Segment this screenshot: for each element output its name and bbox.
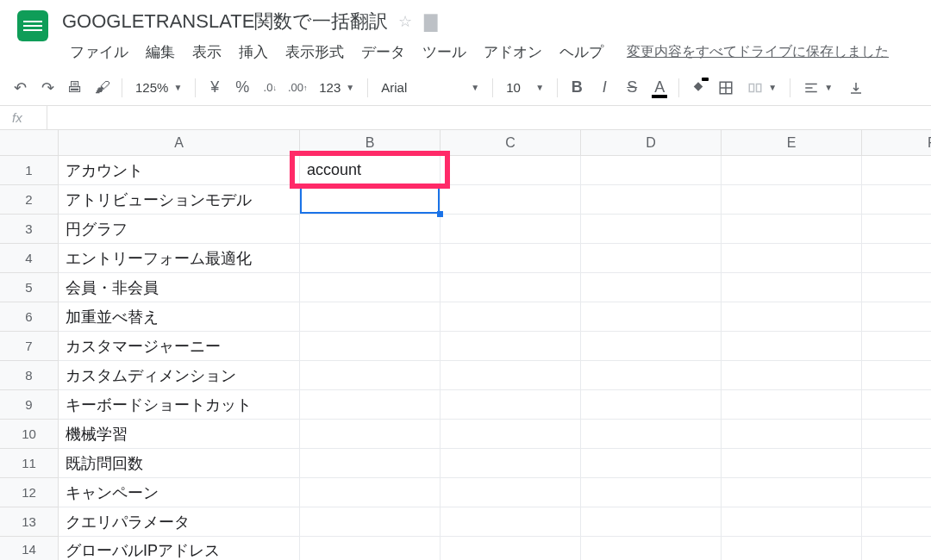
vertical-align-dropdown[interactable] — [841, 80, 871, 96]
cell[interactable] — [862, 185, 931, 215]
row-header[interactable]: 4 — [0, 244, 59, 273]
cell[interactable]: クエリパラメータ — [59, 507, 300, 537]
cell[interactable] — [862, 478, 931, 507]
cell[interactable] — [300, 449, 441, 478]
undo-button[interactable]: ↶ — [7, 75, 33, 101]
cell[interactable]: 円グラフ — [59, 215, 300, 244]
cell[interactable]: キーボードショートカット — [59, 390, 300, 420]
cell[interactable]: 機械学習 — [59, 420, 300, 449]
cell[interactable] — [862, 215, 931, 244]
row-header[interactable]: 7 — [0, 332, 59, 361]
cell[interactable]: エントリーフォーム最適化 — [59, 244, 300, 273]
save-status[interactable]: 変更内容をすべてドライブに保存しました — [627, 43, 889, 61]
cell[interactable] — [441, 449, 581, 478]
cell[interactable] — [441, 507, 581, 537]
menu-view[interactable]: 表示 — [184, 40, 229, 65]
cell[interactable] — [722, 215, 862, 244]
cell[interactable] — [722, 273, 862, 302]
cell[interactable]: 既訪問回数 — [59, 449, 300, 478]
sheets-logo-icon[interactable] — [17, 10, 48, 41]
cell[interactable] — [581, 537, 722, 560]
menu-tools[interactable]: ツール — [415, 40, 474, 65]
cell[interactable] — [300, 273, 441, 302]
cell[interactable] — [862, 273, 931, 302]
menu-format[interactable]: 表示形式 — [278, 40, 352, 65]
text-color-button[interactable]: A — [647, 75, 672, 101]
cell[interactable] — [581, 507, 722, 537]
cell[interactable] — [862, 449, 931, 478]
menu-data[interactable]: データ — [353, 40, 413, 65]
cell[interactable] — [581, 185, 722, 215]
borders-button[interactable] — [713, 75, 739, 101]
row-header[interactable]: 10 — [0, 420, 59, 449]
cell[interactable] — [722, 332, 862, 361]
decrease-decimal-button[interactable]: .0↓ — [257, 75, 283, 101]
cell[interactable] — [722, 478, 862, 507]
paint-format-button[interactable]: 🖌 — [90, 75, 116, 101]
cell[interactable]: アカウント — [59, 156, 300, 185]
cell[interactable] — [722, 156, 862, 185]
cell[interactable] — [722, 244, 862, 273]
cell[interactable] — [862, 420, 931, 449]
cell[interactable] — [722, 185, 862, 215]
column-header[interactable]: C — [441, 130, 581, 156]
zoom-dropdown[interactable]: 125% ▼ — [128, 80, 189, 95]
cell[interactable]: カスタマージャーニー — [59, 332, 300, 361]
cell[interactable] — [441, 156, 581, 185]
cell[interactable] — [441, 332, 581, 361]
cell[interactable] — [862, 537, 931, 560]
cell[interactable] — [722, 361, 862, 390]
row-header[interactable]: 14 — [0, 537, 59, 560]
cell[interactable] — [722, 537, 862, 560]
cell[interactable] — [300, 185, 441, 215]
cell[interactable] — [581, 420, 722, 449]
row-header[interactable]: 1 — [0, 156, 59, 185]
cell[interactable] — [441, 215, 581, 244]
cell[interactable] — [300, 537, 441, 560]
cell[interactable] — [441, 390, 581, 420]
cell[interactable] — [581, 273, 722, 302]
strikethrough-button[interactable]: S — [619, 75, 645, 101]
cell[interactable]: account — [300, 156, 441, 185]
column-header[interactable]: B — [300, 130, 441, 156]
cell[interactable] — [441, 420, 581, 449]
cell[interactable] — [862, 332, 931, 361]
row-header[interactable]: 3 — [0, 215, 59, 244]
cell[interactable] — [581, 361, 722, 390]
selection-handle[interactable] — [437, 211, 443, 217]
currency-button[interactable]: ¥ — [202, 75, 228, 101]
bold-button[interactable]: B — [564, 75, 590, 101]
print-button[interactable]: 🖶 — [62, 75, 88, 101]
cell[interactable] — [581, 302, 722, 332]
cell[interactable] — [300, 507, 441, 537]
cell[interactable] — [441, 302, 581, 332]
cell[interactable] — [862, 244, 931, 273]
cell[interactable] — [441, 185, 581, 215]
cell[interactable] — [862, 507, 931, 537]
cell[interactable] — [441, 537, 581, 560]
cell[interactable] — [300, 478, 441, 507]
cell[interactable] — [300, 332, 441, 361]
cell[interactable]: キャンペーン — [59, 478, 300, 507]
percent-button[interactable]: % — [229, 75, 255, 101]
row-header[interactable]: 5 — [0, 273, 59, 302]
cell[interactable] — [722, 449, 862, 478]
cell[interactable] — [300, 302, 441, 332]
select-all-corner[interactable] — [0, 130, 59, 156]
column-header[interactable]: F — [862, 130, 931, 156]
formula-input[interactable] — [47, 106, 931, 129]
star-icon[interactable]: ☆ — [398, 12, 412, 31]
cell[interactable] — [581, 332, 722, 361]
cell[interactable] — [581, 244, 722, 273]
cell[interactable] — [300, 390, 441, 420]
cell[interactable] — [862, 302, 931, 332]
redo-button[interactable]: ↷ — [34, 75, 60, 101]
cell[interactable] — [862, 156, 931, 185]
cell[interactable] — [862, 390, 931, 420]
folder-icon[interactable]: ▇ — [424, 11, 437, 32]
cell[interactable] — [722, 390, 862, 420]
column-header[interactable]: E — [722, 130, 862, 156]
horizontal-align-dropdown[interactable]: ▼ — [797, 80, 840, 96]
row-header[interactable]: 2 — [0, 185, 59, 215]
cell[interactable] — [300, 361, 441, 390]
